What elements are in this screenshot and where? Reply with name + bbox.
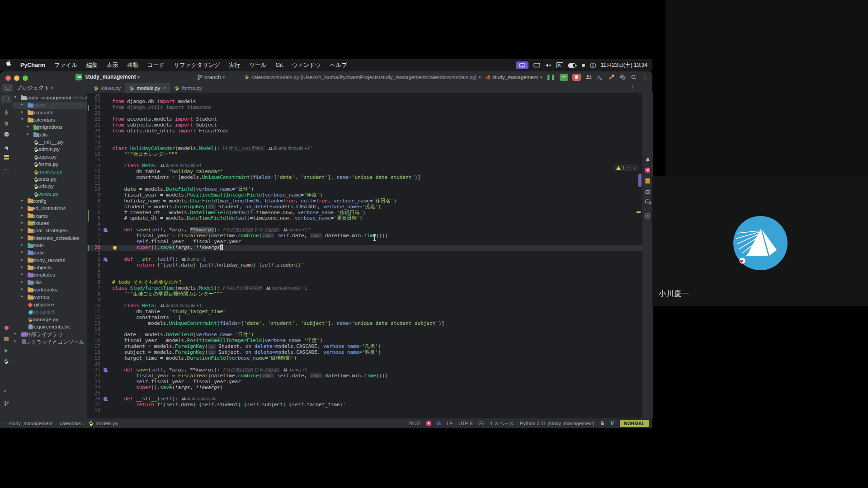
menu-item-ウィンドウ[interactable]: ウィンドウ <box>288 59 326 71</box>
code-line[interactable]: 24from django.utils import timezone <box>87 105 642 111</box>
database-panel-icon[interactable] <box>642 176 653 185</box>
input-lang-icon[interactable]: あ <box>556 62 563 68</box>
documentation-icon[interactable]: A <box>642 211 653 221</box>
code-line[interactable]: 16 """休日カレンダー""" <box>87 152 642 158</box>
tree-row-apps.py[interactable]: apps.py <box>13 154 87 161</box>
chevron-right-icon[interactable]: ▸ <box>21 243 23 247</box>
breadcrumb[interactable]: ·study_management›calendars›models.py <box>0 421 118 426</box>
chevron-right-icon[interactable]: ▸ <box>21 280 23 284</box>
menu-item-編集[interactable]: 編集 <box>82 59 102 71</box>
tree-row-interview_schedules[interactable]: ▸interview_schedules <box>13 235 87 242</box>
chevron-right-icon[interactable]: ▸ <box>14 339 16 343</box>
menu-item-PyCharm[interactable]: PyCharm <box>16 59 50 71</box>
database-icon[interactable] <box>0 334 13 344</box>
translation-icon[interactable] <box>642 197 653 206</box>
chevron-right-icon[interactable]: ▸ <box>21 250 23 254</box>
tree-row-models.py[interactable]: models.py <box>13 169 87 176</box>
tree-row-calendars[interactable]: ▾calendars <box>13 117 87 124</box>
more-icon[interactable]: ⋯ <box>4 167 9 173</box>
tab-forms.py[interactable]: forms.py <box>170 83 206 93</box>
ai-assistant-icon[interactable] <box>642 187 653 196</box>
code-line[interactable]: 8 """生徒ごとの学習目標時間カレンダー""" <box>87 291 642 297</box>
structure-icon[interactable]: ⚙ <box>4 121 9 127</box>
project-panel-header[interactable]: プロジェクト ▾ <box>16 83 53 93</box>
file-path-widget[interactable]: calendars/models.py [/Users/h_ikuma/Pych… <box>244 71 481 83</box>
tree-row-templates[interactable]: ▸templates <box>13 272 87 279</box>
tab-views.py[interactable]: views.py <box>89 83 125 93</box>
services-icon[interactable] <box>4 155 9 160</box>
project-tool-window-button[interactable] <box>2 84 13 92</box>
ideavim-icon[interactable]: V <box>610 420 614 427</box>
screen-share-icon[interactable] <box>516 61 528 69</box>
chevron-right-icon[interactable]: ▸ <box>21 228 23 232</box>
code-line[interactable]: 12 constraints = [models.UniqueConstrain… <box>87 175 642 181</box>
lock-icon[interactable] <box>600 421 604 427</box>
chevron-right-icon[interactable]: ▸ <box>21 213 23 217</box>
search-icon[interactable] <box>630 75 637 80</box>
project-icon[interactable] <box>0 94 13 104</box>
kebab-icon[interactable]: ⋮ <box>642 74 648 80</box>
prev-warning-icon[interactable]: ↑ <box>628 165 631 170</box>
chevron-right-icon[interactable]: ▸ <box>21 110 23 114</box>
tree-row-worries[interactable]: ▸worries <box>13 294 87 301</box>
chevron-right-icon[interactable]: ▸ <box>27 124 29 128</box>
branch-selector[interactable]: branch ▾ <box>198 71 225 83</box>
record-dot-icon[interactable] <box>582 64 585 67</box>
packages-icon[interactable] <box>5 326 9 330</box>
menu-item-ファイル[interactable]: ファイル <box>50 59 82 71</box>
code-line[interactable]: 5 # update_dt = models.DateTimeField(def… <box>87 216 642 221</box>
tree-row-main[interactable]: ▸main <box>13 242 87 249</box>
atom-icon[interactable] <box>619 74 626 80</box>
people-icon[interactable] <box>585 75 592 80</box>
chevron-down-icon[interactable]: ▾ <box>21 117 23 121</box>
tree-row-workbooks[interactable]: ▸workbooks <box>13 286 87 294</box>
menu-item-移動[interactable]: 移動 <box>123 59 143 71</box>
chevron-right-icon[interactable]: ▸ <box>21 235 23 239</box>
minimize-window-button[interactable] <box>14 75 19 81</box>
tree-row-__init__.py[interactable]: __init__.py <box>13 139 87 146</box>
tree-row-スクラッチとコンソール[interactable]: ▸スクラッチとコンソール <box>13 338 87 346</box>
rerun-button[interactable]: ⟳ <box>560 74 568 81</box>
python-icon[interactable] <box>0 357 13 366</box>
code-line[interactable]: 28 <box>87 408 642 414</box>
chevron-right-icon[interactable]: ▸ <box>27 132 29 136</box>
speaker-icon[interactable] <box>545 63 551 68</box>
tree-row-.venv[interactable]: ▸.venv <box>13 102 87 109</box>
menubar-clock[interactable]: 11月23日(土) 13:34 <box>601 61 647 69</box>
display-icon[interactable] <box>533 63 540 68</box>
chevron-right-icon[interactable]: ▸ <box>21 206 23 210</box>
chevron-right-icon[interactable]: ▸ <box>21 198 23 202</box>
tree-row-manage.py[interactable]: manage.py <box>13 316 87 324</box>
close-tab-icon[interactable]: × <box>164 85 166 90</box>
chevron-right-icon[interactable]: ▸ <box>14 331 16 335</box>
code-line[interactable]: 4 <box>87 268 642 274</box>
screen-share-icon[interactable] <box>516 61 528 69</box>
breadcrumb-item-models.py[interactable]: models.py <box>88 421 118 426</box>
interpreter[interactable]: Python 3.11 (study_management) <box>520 421 594 426</box>
breadcrumb-item-calendars[interactable]: calendars <box>60 421 81 426</box>
kebab-icon[interactable]: ⋮ <box>642 74 649 80</box>
stop-button[interactable] <box>572 74 581 81</box>
breadcrumb-item-study_management[interactable]: study_management <box>9 421 53 426</box>
run-icon[interactable]: ▶ <box>5 348 8 353</box>
menu-item-表示[interactable]: 表示 <box>102 59 123 71</box>
tree-row-exams[interactable]: ▸exams <box>13 213 87 220</box>
tree-row-subjects[interactable]: ▸subjects <box>13 264 87 272</box>
tree-row-accounts[interactable]: ▸accounts <box>13 109 87 117</box>
grazie-icon[interactable]: G <box>437 421 441 426</box>
warning-stripe-mark[interactable] <box>637 211 641 213</box>
vcs-icon[interactable] <box>0 399 13 408</box>
code-line[interactable]: 19 target_time = models.DurationField(ve… <box>87 356 642 361</box>
menu-item-ツール[interactable]: ツール <box>245 59 271 71</box>
tree-row-config[interactable]: ▸config <box>13 198 87 205</box>
code-line[interactable]: 19 <box>87 134 642 140</box>
editor-options-kebab-icon[interactable]: ⋮ <box>630 84 635 90</box>
run-configuration-selector[interactable]: dj study_management▾ <box>486 75 542 80</box>
code-line[interactable]: 15 <box>87 157 642 163</box>
structure-icon[interactable]: ⚙ <box>0 119 13 129</box>
services-icon[interactable] <box>0 152 13 162</box>
more-icon[interactable]: ⋯ <box>0 164 13 174</box>
notifications-icon[interactable] <box>642 155 653 164</box>
tree-row-views.py[interactable]: views.py <box>13 191 87 198</box>
copilot-icon[interactable] <box>478 421 484 427</box>
